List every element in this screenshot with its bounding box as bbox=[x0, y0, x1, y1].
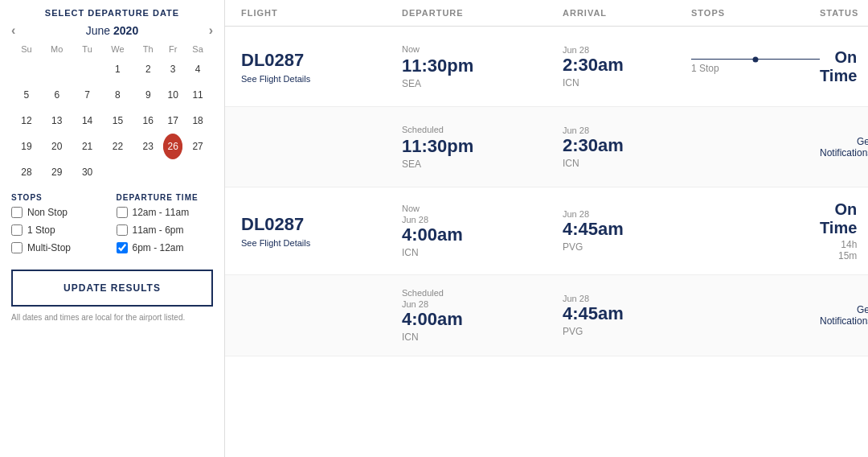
flight-details-link-3[interactable]: See Flight Details bbox=[241, 238, 402, 248]
multi-stop-option[interactable]: Multi-Stop bbox=[11, 242, 108, 253]
notification-link-1[interactable]: Get Notifications bbox=[820, 136, 868, 159]
non-stop-label: Non Stop bbox=[27, 207, 68, 218]
time-12am-checkbox[interactable] bbox=[117, 207, 128, 218]
cal-day[interactable]: 12 bbox=[11, 108, 42, 134]
cal-day[interactable]: 14 bbox=[72, 108, 103, 134]
left-panel: SELECT DEPARTURE DATE ‹ June 2020 › Su M… bbox=[0, 0, 225, 457]
cal-day[interactable]: 1 bbox=[102, 56, 133, 82]
dep-time-1: 11:30pm bbox=[402, 56, 563, 76]
cal-day[interactable]: 7 bbox=[72, 82, 103, 108]
arrival-3: Jun 28 4:45am PVG bbox=[563, 209, 691, 253]
cal-day[interactable]: 23 bbox=[133, 134, 163, 159]
arrival-2: Jun 28 2:30am ICN bbox=[563, 126, 691, 169]
departure-time-label: DEPARTURE TIME bbox=[117, 193, 214, 202]
cal-day[interactable]: 21 bbox=[72, 134, 103, 159]
time-11am-checkbox[interactable] bbox=[117, 224, 128, 236]
dep-time-3: 4:00am bbox=[402, 224, 563, 245]
weekday-th: Th bbox=[133, 42, 163, 56]
departure-time-filter: DEPARTURE TIME 12am - 11am 11am - 6pm 6p… bbox=[117, 193, 214, 260]
flight-info-1: DL0287 See Flight Details bbox=[241, 50, 402, 84]
cal-day[interactable]: 13 bbox=[42, 108, 72, 134]
cal-day[interactable]: 19 bbox=[11, 134, 42, 159]
cal-day[interactable]: 6 bbox=[42, 82, 72, 108]
multi-stop-checkbox[interactable] bbox=[11, 242, 23, 253]
non-stop-checkbox[interactable] bbox=[11, 207, 23, 218]
cal-day[interactable]: 10 bbox=[163, 82, 182, 108]
cal-day[interactable]: 29 bbox=[42, 159, 72, 185]
status-text-3: On Time bbox=[820, 200, 857, 237]
arr-airport-2: ICN bbox=[563, 158, 691, 169]
cal-day[interactable]: 28 bbox=[11, 159, 42, 185]
next-month-button[interactable]: › bbox=[209, 23, 213, 38]
col-stops: STOPS bbox=[691, 8, 820, 18]
time-6pm-12am[interactable]: 6pm - 12am bbox=[117, 242, 214, 253]
cal-day[interactable]: 20 bbox=[42, 134, 72, 159]
departure-3: Now Jun 28 4:00am ICN bbox=[402, 204, 563, 258]
dep-airport-3: ICN bbox=[402, 247, 563, 258]
time-12am-11am[interactable]: 12am - 11am bbox=[117, 207, 214, 218]
time-12am-label: 12am - 11am bbox=[133, 207, 190, 218]
weekday-tu: Tu bbox=[72, 42, 103, 56]
stops-filter: STOPS Non Stop 1 Stop Multi-Stop bbox=[11, 193, 108, 260]
calendar-week-4: 19 20 21 22 23 26 27 bbox=[11, 134, 213, 159]
arrival-4: Jun 28 4:45am PVG bbox=[563, 294, 691, 337]
arr-date-3: Jun 28 bbox=[563, 209, 691, 219]
stops-text-1: 1 Stop bbox=[691, 63, 820, 74]
calendar-week-1: 1 2 3 4 bbox=[11, 56, 213, 82]
one-stop-option[interactable]: 1 Stop bbox=[11, 224, 108, 236]
time-6pm-label: 6pm - 12am bbox=[133, 242, 184, 253]
notification-link-2[interactable]: Get Notifications bbox=[820, 304, 868, 327]
cal-day[interactable]: 18 bbox=[182, 108, 213, 134]
cal-day[interactable]: 27 bbox=[182, 134, 213, 159]
cal-day-empty bbox=[72, 56, 103, 82]
cal-day[interactable]: 5 bbox=[11, 82, 42, 108]
arrival-1: Jun 28 2:30am ICN bbox=[563, 45, 691, 89]
status-3: On Time 14h 15m bbox=[820, 200, 865, 261]
flight-number-1: DL0287 bbox=[241, 50, 402, 71]
cal-day[interactable]: 17 bbox=[163, 108, 182, 134]
non-stop-option[interactable]: Non Stop bbox=[11, 207, 108, 218]
arr-date-1: Jun 28 bbox=[563, 45, 691, 55]
cal-day-selected[interactable]: 26 bbox=[163, 134, 182, 159]
update-results-button[interactable]: UPDATE RESULTS bbox=[11, 270, 213, 307]
time-11am-6pm[interactable]: 11am - 6pm bbox=[117, 224, 214, 236]
cal-day[interactable]: 22 bbox=[102, 134, 133, 159]
cal-day[interactable]: 4 bbox=[182, 56, 213, 82]
dep-airport-1: SEA bbox=[402, 78, 563, 89]
flight-row-1: DL0287 See Flight Details Now 11:30pm SE… bbox=[225, 27, 868, 107]
weekday-sa: Sa bbox=[182, 42, 213, 56]
one-stop-checkbox[interactable] bbox=[11, 224, 23, 236]
flight-row-2: Scheduled 11:30pm SEA Jun 28 2:30am ICN … bbox=[225, 107, 868, 187]
cal-day[interactable]: 9 bbox=[133, 82, 163, 108]
time-6pm-checkbox[interactable] bbox=[117, 242, 128, 253]
calendar: ‹ June 2020 › Su Mo Tu We Th Fr Sa bbox=[11, 24, 213, 185]
arr-date-2: Jun 28 bbox=[563, 126, 691, 135]
cal-day[interactable]: 15 bbox=[102, 108, 133, 134]
cal-day[interactable]: 11 bbox=[182, 82, 213, 108]
stops-info-1: 1 Stop bbox=[691, 59, 820, 74]
flight-details-link-1[interactable]: See Flight Details bbox=[241, 74, 402, 84]
cal-day-empty bbox=[11, 56, 42, 82]
cal-day-empty bbox=[182, 159, 213, 185]
cal-day[interactable]: 8 bbox=[102, 82, 133, 108]
cal-day[interactable]: 3 bbox=[163, 56, 182, 82]
stops-label: STOPS bbox=[11, 193, 108, 202]
dep-label-3: Now bbox=[402, 204, 563, 213]
flight-info-3: DL0287 See Flight Details bbox=[241, 214, 402, 248]
weekday-su: Su bbox=[11, 42, 42, 56]
cal-day[interactable]: 16 bbox=[133, 108, 163, 134]
cal-day-empty bbox=[102, 159, 133, 185]
flights-list: DL0287 See Flight Details Now 11:30pm SE… bbox=[225, 27, 868, 457]
weekday-mo: Mo bbox=[42, 42, 72, 56]
cal-day[interactable]: 30 bbox=[72, 159, 103, 185]
prev-month-button[interactable]: ‹ bbox=[11, 23, 15, 38]
stops-line-1 bbox=[691, 59, 820, 60]
calendar-week-2: 5 6 7 8 9 10 11 bbox=[11, 82, 213, 108]
cal-day-empty bbox=[133, 159, 163, 185]
cal-day[interactable]: 2 bbox=[133, 56, 163, 82]
calendar-month: June 2020 bbox=[86, 24, 138, 37]
right-panel: FLIGHT DEPARTURE ARRIVAL STOPS STATUS DL… bbox=[225, 0, 868, 457]
one-stop-label: 1 Stop bbox=[27, 224, 55, 236]
col-departure: DEPARTURE bbox=[402, 8, 563, 18]
col-arrival: ARRIVAL bbox=[563, 8, 691, 18]
